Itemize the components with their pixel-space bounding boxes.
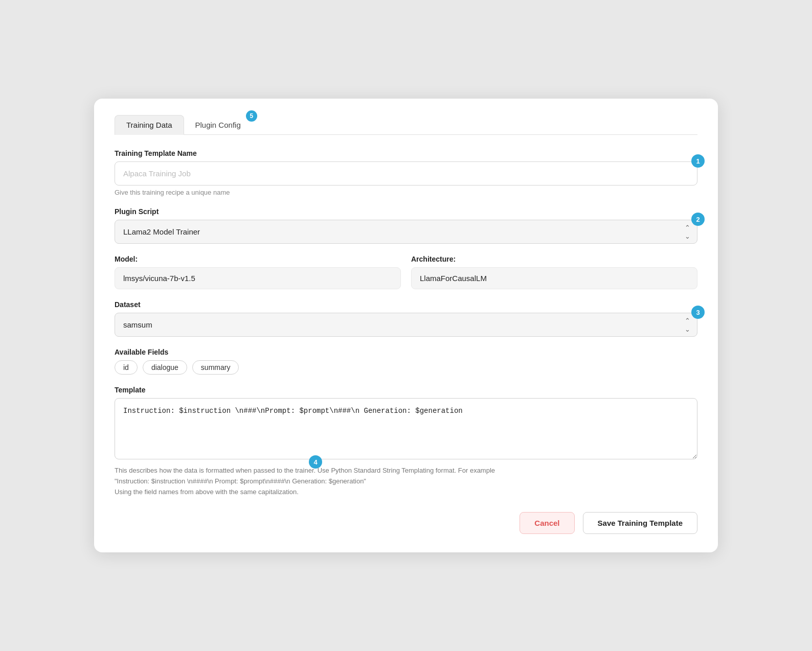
chip-summary[interactable]: summary — [192, 360, 239, 375]
model-value: lmsys/vicuna-7b-v1.5 — [115, 267, 401, 289]
plugin-script-label: Plugin Script — [115, 207, 697, 216]
available-fields-label: Available Fields — [115, 348, 697, 356]
template-label: Template — [115, 386, 697, 394]
template-group: Template Instruction: $instruction \n###… — [115, 386, 697, 497]
architecture-field: Architecture: LlamaForCausalLM — [411, 255, 697, 289]
cancel-button[interactable]: Cancel — [520, 512, 574, 534]
dataset-label: Dataset — [115, 300, 697, 309]
modal-container: Training Data Plugin Config 5 Training T… — [94, 99, 718, 552]
dataset-select[interactable]: samsum — [115, 313, 697, 337]
badge-3: 3 — [691, 306, 705, 319]
model-field: Model: lmsys/vicuna-7b-v1.5 — [115, 255, 401, 289]
modal-footer: Cancel Save Training Template — [115, 512, 697, 534]
template-name-input[interactable] — [115, 161, 697, 185]
tab-plugin-config[interactable]: Plugin Config 5 — [184, 115, 252, 134]
model-architecture-row: Model: lmsys/vicuna-7b-v1.5 Architecture… — [115, 255, 697, 289]
tab-plugin-config-label: Plugin Config — [195, 121, 241, 129]
template-description: This describes how the data is formatted… — [115, 466, 697, 497]
plugin-script-group: Plugin Script LLama2 Model Trainer ⌃ ⌄ 2 — [115, 207, 697, 244]
tab-training-data-label: Training Data — [126, 121, 172, 129]
badge-2: 2 — [691, 213, 705, 226]
template-name-group: Training Template Name 1 Give this train… — [115, 149, 697, 196]
available-fields-chips: id dialogue summary — [115, 360, 697, 375]
chip-id[interactable]: id — [115, 360, 138, 375]
chip-dialogue[interactable]: dialogue — [143, 360, 187, 375]
model-label: Model: — [115, 255, 401, 263]
template-textarea[interactable]: Instruction: $instruction \n###\nPrompt:… — [115, 398, 697, 459]
dataset-group: Dataset samsum ⌃ ⌄ 3 — [115, 300, 697, 337]
save-button[interactable]: Save Training Template — [583, 512, 697, 534]
tab-training-data[interactable]: Training Data — [115, 115, 184, 135]
available-fields-group: Available Fields id dialogue summary — [115, 348, 697, 375]
plugin-config-badge: 5 — [246, 110, 257, 122]
architecture-value: LlamaForCausalLM — [411, 267, 697, 289]
template-name-hint: Give this training recipe a unique name — [115, 189, 697, 196]
plugin-script-select[interactable]: LLama2 Model Trainer — [115, 220, 697, 244]
tab-bar: Training Data Plugin Config 5 — [115, 115, 697, 135]
architecture-label: Architecture: — [411, 255, 697, 263]
badge-1: 1 — [691, 154, 705, 168]
template-name-label: Training Template Name — [115, 149, 697, 157]
